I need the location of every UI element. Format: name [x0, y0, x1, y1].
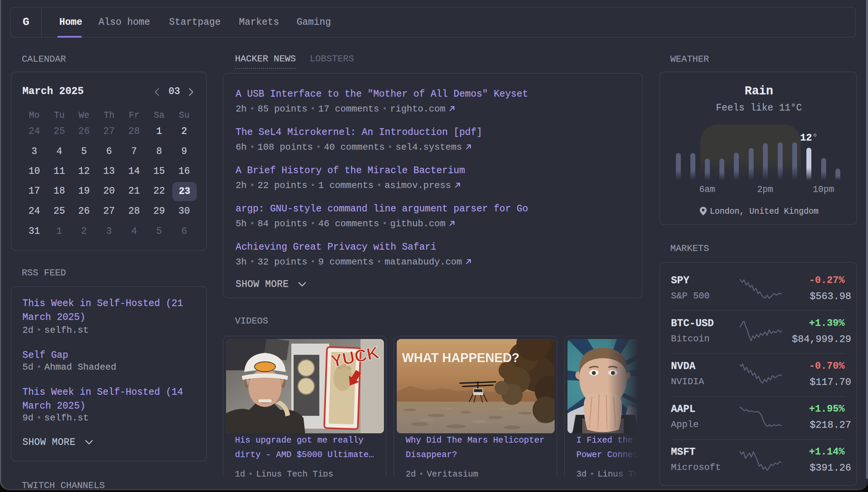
- svg-text:WHAT HAPPENED?: WHAT HAPPENED?: [402, 351, 519, 365]
